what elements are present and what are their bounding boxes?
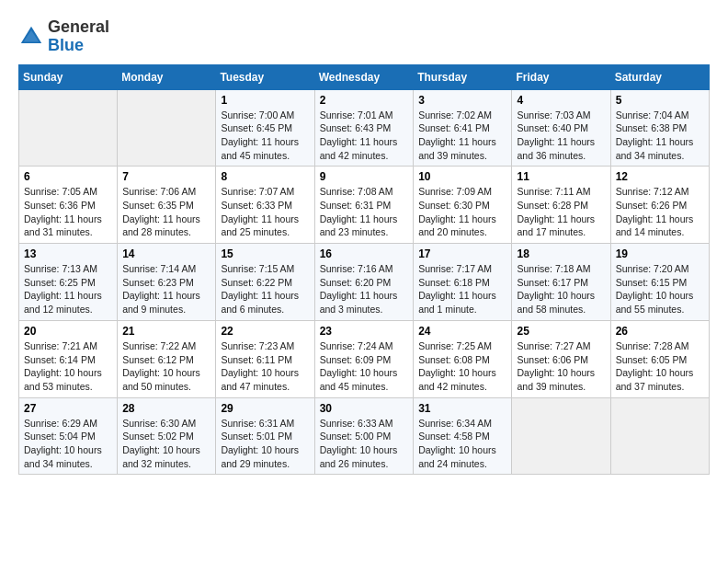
- day-info: Sunrise: 7:24 AM Sunset: 6:09 PM Dayligh…: [320, 339, 409, 394]
- weekday-header-saturday: Saturday: [610, 64, 709, 89]
- calendar-cell: 11Sunrise: 7:11 AM Sunset: 6:28 PM Dayli…: [512, 167, 610, 244]
- calendar-cell: 13Sunrise: 7:13 AM Sunset: 6:25 PM Dayli…: [19, 244, 118, 321]
- calendar-cell: 23Sunrise: 7:24 AM Sunset: 6:09 PM Dayli…: [314, 320, 414, 397]
- day-info: Sunrise: 7:03 AM Sunset: 6:40 PM Dayligh…: [517, 109, 605, 163]
- day-info: Sunrise: 7:02 AM Sunset: 6:41 PM Dayligh…: [418, 109, 506, 163]
- day-number: 26: [616, 325, 704, 338]
- calendar-cell: 12Sunrise: 7:12 AM Sunset: 6:26 PM Dayli…: [610, 167, 709, 244]
- day-number: 22: [221, 325, 309, 338]
- day-info: Sunrise: 6:31 AM Sunset: 5:01 PM Dayligh…: [221, 417, 309, 471]
- day-info: Sunrise: 7:18 AM Sunset: 6:17 PM Dayligh…: [517, 262, 605, 316]
- day-info: Sunrise: 6:34 AM Sunset: 4:58 PM Dayligh…: [418, 417, 506, 471]
- calendar-cell: 6Sunrise: 7:05 AM Sunset: 6:36 PM Daylig…: [19, 167, 118, 244]
- day-number: 27: [24, 402, 112, 415]
- calendar-cell: 19Sunrise: 7:20 AM Sunset: 6:15 PM Dayli…: [610, 244, 709, 321]
- day-info: Sunrise: 7:20 AM Sunset: 6:15 PM Dayligh…: [616, 262, 704, 316]
- calendar-cell: 18Sunrise: 7:18 AM Sunset: 6:17 PM Dayli…: [512, 244, 610, 321]
- calendar-cell: [19, 89, 118, 167]
- day-info: Sunrise: 7:23 AM Sunset: 6:11 PM Dayligh…: [221, 339, 309, 394]
- day-number: 5: [616, 94, 704, 107]
- day-info: Sunrise: 7:13 AM Sunset: 6:25 PM Dayligh…: [24, 262, 112, 316]
- day-info: Sunrise: 6:33 AM Sunset: 5:00 PM Dayligh…: [320, 417, 409, 471]
- calendar-cell: 25Sunrise: 7:27 AM Sunset: 6:06 PM Dayli…: [512, 320, 610, 397]
- calendar-cell: 29Sunrise: 6:31 AM Sunset: 5:01 PM Dayli…: [216, 397, 314, 475]
- day-number: 20: [24, 325, 112, 338]
- calendar-cell: 15Sunrise: 7:15 AM Sunset: 6:22 PM Dayli…: [216, 244, 314, 321]
- day-info: Sunrise: 7:28 AM Sunset: 6:05 PM Dayligh…: [616, 339, 704, 394]
- calendar-cell: [512, 397, 610, 475]
- day-info: Sunrise: 7:05 AM Sunset: 6:36 PM Dayligh…: [24, 185, 112, 239]
- weekday-header-sunday: Sunday: [19, 64, 118, 89]
- calendar-cell: 30Sunrise: 6:33 AM Sunset: 5:00 PM Dayli…: [314, 397, 414, 475]
- day-info: Sunrise: 7:09 AM Sunset: 6:30 PM Dayligh…: [418, 185, 506, 239]
- day-number: 3: [418, 94, 506, 107]
- calendar-cell: 5Sunrise: 7:04 AM Sunset: 6:38 PM Daylig…: [610, 89, 709, 167]
- day-number: 16: [320, 247, 409, 260]
- day-info: Sunrise: 7:27 AM Sunset: 6:06 PM Dayligh…: [517, 339, 605, 394]
- calendar-cell: 4Sunrise: 7:03 AM Sunset: 6:40 PM Daylig…: [512, 89, 610, 167]
- calendar-cell: 9Sunrise: 7:08 AM Sunset: 6:31 PM Daylig…: [314, 167, 414, 244]
- logo-icon: [18, 24, 44, 50]
- day-number: 30: [320, 402, 409, 415]
- calendar-cell: 17Sunrise: 7:17 AM Sunset: 6:18 PM Dayli…: [414, 244, 512, 321]
- day-number: 7: [122, 170, 210, 183]
- page: General Blue SundayMondayTuesdayWednesda…: [0, 0, 728, 484]
- day-number: 19: [616, 247, 704, 260]
- weekday-header-wednesday: Wednesday: [314, 64, 414, 89]
- day-number: 14: [122, 247, 210, 260]
- day-info: Sunrise: 7:16 AM Sunset: 6:20 PM Dayligh…: [320, 262, 409, 316]
- calendar-cell: 24Sunrise: 7:25 AM Sunset: 6:08 PM Dayli…: [414, 320, 512, 397]
- day-number: 17: [418, 247, 506, 260]
- calendar-cell: 7Sunrise: 7:06 AM Sunset: 6:35 PM Daylig…: [118, 167, 216, 244]
- day-number: 28: [122, 402, 210, 415]
- day-number: 21: [122, 325, 210, 338]
- day-number: 13: [24, 247, 112, 260]
- weekday-header-monday: Monday: [118, 64, 216, 89]
- day-number: 23: [320, 325, 409, 338]
- day-info: Sunrise: 7:08 AM Sunset: 6:31 PM Dayligh…: [320, 185, 409, 239]
- day-number: 31: [418, 402, 506, 415]
- day-info: Sunrise: 7:15 AM Sunset: 6:22 PM Dayligh…: [221, 262, 309, 316]
- day-info: Sunrise: 7:12 AM Sunset: 6:26 PM Dayligh…: [616, 185, 704, 239]
- day-number: 8: [221, 170, 309, 183]
- day-info: Sunrise: 7:17 AM Sunset: 6:18 PM Dayligh…: [418, 262, 506, 316]
- calendar-cell: 31Sunrise: 6:34 AM Sunset: 4:58 PM Dayli…: [414, 397, 512, 475]
- day-info: Sunrise: 6:30 AM Sunset: 5:02 PM Dayligh…: [122, 417, 210, 471]
- day-number: 1: [221, 94, 309, 107]
- day-number: 15: [221, 247, 309, 260]
- day-number: 24: [418, 325, 506, 338]
- calendar-cell: 20Sunrise: 7:21 AM Sunset: 6:14 PM Dayli…: [19, 320, 118, 397]
- calendar-cell: 3Sunrise: 7:02 AM Sunset: 6:41 PM Daylig…: [414, 89, 512, 167]
- day-info: Sunrise: 7:04 AM Sunset: 6:38 PM Dayligh…: [616, 109, 704, 163]
- calendar-cell: 1Sunrise: 7:00 AM Sunset: 6:45 PM Daylig…: [216, 89, 314, 167]
- calendar-cell: [610, 397, 709, 475]
- calendar-cell: 16Sunrise: 7:16 AM Sunset: 6:20 PM Dayli…: [314, 244, 414, 321]
- day-number: 11: [517, 170, 605, 183]
- logo: General Blue: [18, 18, 109, 55]
- weekday-header-thursday: Thursday: [414, 64, 512, 89]
- weekday-header-friday: Friday: [512, 64, 610, 89]
- calendar-cell: 10Sunrise: 7:09 AM Sunset: 6:30 PM Dayli…: [414, 167, 512, 244]
- calendar-cell: 26Sunrise: 7:28 AM Sunset: 6:05 PM Dayli…: [610, 320, 709, 397]
- day-number: 12: [616, 170, 704, 183]
- day-number: 2: [320, 94, 409, 107]
- day-number: 4: [517, 94, 605, 107]
- day-number: 18: [517, 247, 605, 260]
- day-info: Sunrise: 7:21 AM Sunset: 6:14 PM Dayligh…: [24, 339, 112, 394]
- calendar-cell: 28Sunrise: 6:30 AM Sunset: 5:02 PM Dayli…: [118, 397, 216, 475]
- calendar-cell: 22Sunrise: 7:23 AM Sunset: 6:11 PM Dayli…: [216, 320, 314, 397]
- calendar-table: SundayMondayTuesdayWednesdayThursdayFrid…: [18, 64, 710, 476]
- day-info: Sunrise: 7:14 AM Sunset: 6:23 PM Dayligh…: [122, 262, 210, 316]
- day-info: Sunrise: 7:06 AM Sunset: 6:35 PM Dayligh…: [122, 185, 210, 239]
- calendar-cell: 21Sunrise: 7:22 AM Sunset: 6:12 PM Dayli…: [118, 320, 216, 397]
- day-number: 9: [320, 170, 409, 183]
- calendar-cell: 27Sunrise: 6:29 AM Sunset: 5:04 PM Dayli…: [19, 397, 118, 475]
- day-number: 6: [24, 170, 112, 183]
- calendar-cell: 8Sunrise: 7:07 AM Sunset: 6:33 PM Daylig…: [216, 167, 314, 244]
- day-info: Sunrise: 7:11 AM Sunset: 6:28 PM Dayligh…: [517, 185, 605, 239]
- day-number: 10: [418, 170, 506, 183]
- header: General Blue: [18, 18, 710, 55]
- weekday-header-tuesday: Tuesday: [216, 64, 314, 89]
- day-info: Sunrise: 7:00 AM Sunset: 6:45 PM Dayligh…: [221, 109, 309, 163]
- calendar-cell: 2Sunrise: 7:01 AM Sunset: 6:43 PM Daylig…: [314, 89, 414, 167]
